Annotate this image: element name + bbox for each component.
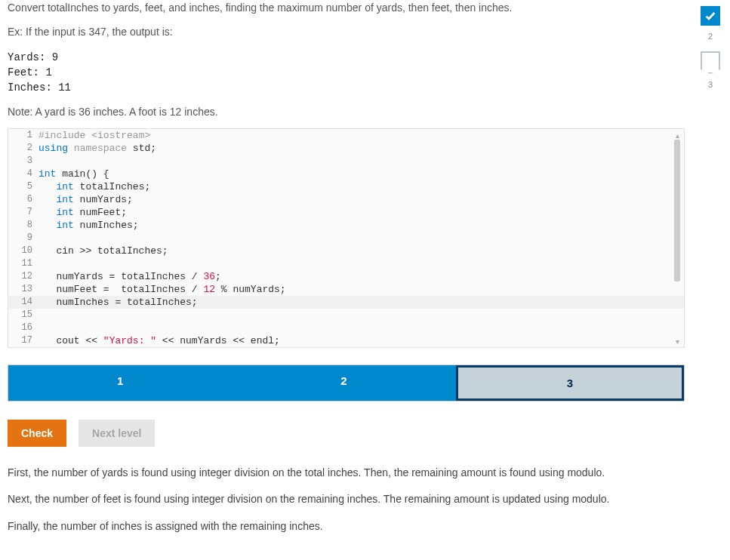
line-number: 10 [8,245,39,257]
code-content[interactable] [39,232,684,245]
line-number: 9 [8,232,39,245]
code-line[interactable]: 16 [8,322,684,334]
line-number: 14 [8,296,39,309]
scroll-down-icon[interactable]: ▾ [673,337,682,346]
code-line[interactable]: 7 int numFeet; [8,206,684,219]
level-tab-2[interactable]: 2 [232,365,455,401]
line-number: 8 [8,219,39,232]
line-number: 16 [8,322,39,334]
code-line[interactable]: 17 cout << "Yards: " << numYards << endl… [8,334,684,347]
code-line[interactable]: 15 [8,309,684,322]
line-number: 13 [8,283,39,296]
line-number: 2 [8,142,39,155]
code-line[interactable]: 2using namespace std; [8,142,684,155]
code-line[interactable]: 9 [8,232,684,245]
solution-explanation: First, the number of yards is found usin… [8,463,685,536]
code-content[interactable]: using namespace std; [39,142,684,155]
scroll-up-icon[interactable]: ▴ [673,131,682,140]
line-number: 1 [8,129,39,142]
problem-note: Note: A yard is 36 inches. A foot is 12 … [8,106,685,118]
explanation-paragraph: First, the number of yards is found usin… [8,463,685,482]
code-content[interactable] [39,155,684,168]
code-content[interactable]: cout << "Yards: " << numYards << endl; [39,334,684,347]
code-content[interactable] [39,309,684,322]
level-tab-3[interactable]: 3 [456,365,684,401]
problem-description: Convert totalInches to yards, feet, and … [8,0,685,17]
code-line[interactable]: 3 [8,155,684,168]
line-number: 3 [8,155,39,168]
explanation-paragraph: Next, the number of feet is found using … [8,490,685,509]
code-content[interactable]: int numFeet; [39,206,684,219]
code-line[interactable]: 1#include <iostream> [8,129,684,142]
code-content[interactable]: int numInches; [39,219,684,232]
level-tab-1[interactable]: 1 [8,365,232,401]
code-line[interactable]: 14 numInches = totalInches; [8,296,684,309]
line-number: 15 [8,309,39,322]
explanation-paragraph: Finally, the number of inches is assigne… [8,517,685,536]
code-content[interactable]: numYards = totalInches / 36; [39,270,684,283]
code-content[interactable]: cin >> totalInches; [39,245,684,257]
progress-check-icon[interactable] [701,6,720,26]
line-number: 4 [8,168,39,180]
code-content[interactable]: int totalInches; [39,180,684,193]
example-lead: Ex: If the input is 347, the output is: [8,24,685,41]
code-line[interactable]: 13 numFeet = totalInches / 12 % numYards… [8,283,684,296]
scroll-thumb[interactable] [674,140,680,282]
level-tab-bar: 123 [8,365,685,402]
code-content[interactable]: int main() { [39,168,684,180]
example-output: Yards: 9 Feet: 1 Inches: 11 [8,51,685,95]
progress-bookmark-icon[interactable] [701,51,720,74]
code-line[interactable]: 6 int numYards; [8,193,684,206]
code-content[interactable]: numFeet = totalInches / 12 % numYards; [39,283,684,296]
line-number: 12 [8,270,39,283]
code-content[interactable] [39,257,684,270]
check-button[interactable]: Check [8,420,66,447]
line-number: 5 [8,180,39,193]
code-content[interactable]: #include <iostream> [39,129,684,142]
code-line[interactable]: 5 int totalInches; [8,180,684,193]
line-number: 7 [8,206,39,219]
code-line[interactable]: 11 [8,257,684,270]
next-level-button: Next level [79,420,155,447]
code-line[interactable]: 12 numYards = totalInches / 36; [8,270,684,283]
code-content[interactable] [39,322,684,334]
code-content[interactable]: numInches = totalInches; [39,296,684,309]
line-number: 6 [8,193,39,206]
line-number: 11 [8,257,39,270]
code-editor[interactable]: 1#include <iostream>2using namespace std… [8,128,685,348]
progress-label: 3 [708,80,713,89]
progress-label: 2 [708,32,713,41]
code-line[interactable]: 4int main() { [8,168,684,180]
code-content[interactable]: int numYards; [39,193,684,206]
editor-scrollbar[interactable]: ▴ ▾ [672,131,682,346]
code-line[interactable]: 10 cin >> totalInches; [8,245,684,257]
code-line[interactable]: 8 int numInches; [8,219,684,232]
line-number: 17 [8,334,39,347]
